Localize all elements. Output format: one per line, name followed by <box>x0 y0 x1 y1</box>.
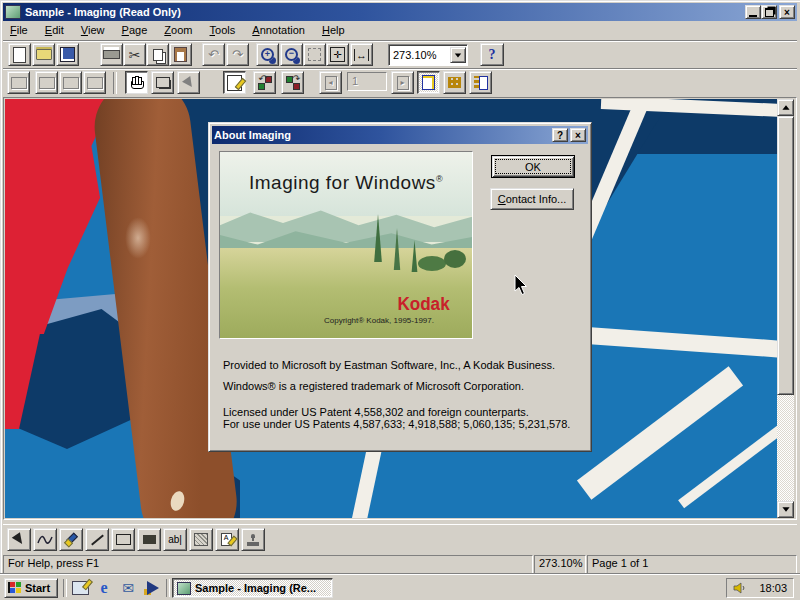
scroll-down-icon <box>782 507 789 512</box>
copy-button[interactable] <box>146 43 169 66</box>
about-dialog: About Imaging ? × Imaging for Windows® K… <box>208 122 592 452</box>
scan-rescan-button[interactable] <box>83 71 106 94</box>
quicklaunch-show-desktop[interactable] <box>70 578 90 597</box>
vertical-scrollbar[interactable] <box>777 99 794 518</box>
one-page-view-button[interactable] <box>417 71 440 94</box>
show-desktop-icon <box>72 581 89 595</box>
menu-page[interactable]: Page <box>115 21 155 40</box>
contact-info-label: Contact Info... <box>498 193 567 205</box>
quicklaunch-internet-explorer[interactable]: e <box>94 578 114 597</box>
minimize-button[interactable] <box>745 5 761 19</box>
save-button[interactable] <box>56 43 79 66</box>
zoom-out-button[interactable]: − <box>280 43 303 66</box>
scroll-up-icon <box>782 105 789 110</box>
splash-heading: Imaging for Windows® <box>220 172 472 194</box>
contact-info-button[interactable]: Contact Info... <box>490 188 574 210</box>
thumbnail-view-icon <box>448 77 461 88</box>
minimize-icon <box>749 15 757 17</box>
paste-button[interactable] <box>169 43 192 66</box>
attach-note-tool-button[interactable] <box>189 528 213 551</box>
text-from-file-tool-button[interactable]: A <box>215 528 239 551</box>
zoom-combobox[interactable]: 273.10% <box>388 44 468 66</box>
print-button[interactable] <box>100 43 123 66</box>
clock[interactable]: 18:03 <box>759 582 787 594</box>
highlighter-tool-button[interactable] <box>59 528 83 551</box>
one-page-view-icon <box>422 75 435 90</box>
copy-icon <box>153 49 163 61</box>
zoom-dropdown-button[interactable] <box>450 47 466 63</box>
scan-insert-button[interactable] <box>59 71 82 94</box>
zoom-in-icon: + <box>261 48 274 61</box>
ok-button[interactable]: OK <box>491 155 575 178</box>
freehand-tool-button[interactable] <box>33 528 57 551</box>
annotation-pointer-button[interactable] <box>7 528 31 551</box>
volume-icon[interactable] <box>733 582 747 594</box>
annotation-select-button[interactable] <box>177 71 200 94</box>
zoom-in-button[interactable]: + <box>256 43 279 66</box>
start-button[interactable]: Start <box>4 578 58 598</box>
new-document-icon <box>13 47 26 63</box>
cut-button[interactable]: ✂ <box>123 43 146 66</box>
printer-icon <box>103 50 120 59</box>
scan-insert-icon <box>63 77 79 89</box>
scrollbar-track[interactable] <box>777 395 794 501</box>
zoom-select-button[interactable] <box>303 43 326 66</box>
filled-rectangle-tool-button[interactable] <box>137 528 161 551</box>
splash-bush <box>444 250 466 268</box>
open-button[interactable] <box>32 43 55 66</box>
rotate-left-button[interactable]: ↶ <box>253 71 276 94</box>
close-button[interactable]: × <box>779 5 795 19</box>
previous-page-button[interactable]: ◂ <box>319 71 342 94</box>
hollow-rectangle-tool-button[interactable] <box>111 528 135 551</box>
windows-flag-icon <box>8 582 22 595</box>
menu-tools[interactable]: Tools <box>203 21 243 40</box>
dialog-close-icon: × <box>575 130 581 141</box>
highlighter-icon <box>64 533 78 547</box>
page-thumbnail-view-button[interactable] <box>469 71 492 94</box>
thumbnail-view-button[interactable] <box>443 71 466 94</box>
splash-image: Imaging for Windows® Kodak Copyright® Ko… <box>219 151 473 339</box>
taskbar-task-button[interactable]: Sample - Imaging (Re... <box>172 578 333 598</box>
fit-width-button[interactable]: ↔ <box>350 43 373 66</box>
window-titlebar[interactable]: Sample - Imaging (Read Only) × <box>3 3 797 21</box>
desktop: Sample - Imaging (Read Only) × File Edit… <box>0 0 800 600</box>
menu-view[interactable]: View <box>74 21 112 40</box>
dialog-close-button[interactable]: × <box>570 128 586 142</box>
previous-page-icon: ◂ <box>325 76 337 90</box>
menu-file[interactable]: File <box>3 21 35 40</box>
dialog-titlebar[interactable]: About Imaging ? × <box>212 126 588 144</box>
status-bar: For Help, press F1 273.10% Page 1 of 1 <box>3 553 797 573</box>
rotate-right-button[interactable]: ↷ <box>281 71 304 94</box>
status-page: Page 1 of 1 <box>587 555 797 574</box>
dialog-help-button[interactable]: ? <box>552 128 568 142</box>
next-page-button[interactable]: ▸ <box>391 71 414 94</box>
menu-edit[interactable]: Edit <box>38 21 71 40</box>
scan-new-button[interactable] <box>7 71 30 94</box>
restore-button[interactable] <box>761 5 777 19</box>
new-button[interactable] <box>8 43 31 66</box>
status-help-text: For Help, press F1 <box>3 555 533 574</box>
menu-zoom[interactable]: Zoom <box>157 21 199 40</box>
menu-help[interactable]: Help <box>315 21 352 40</box>
line-tool-button[interactable] <box>85 528 109 551</box>
scroll-down-button[interactable] <box>777 501 794 518</box>
best-fit-button[interactable]: ✛ <box>326 43 349 66</box>
drag-hand-button[interactable] <box>125 71 148 94</box>
scan-page-button[interactable] <box>35 71 58 94</box>
menu-annotation[interactable]: Annotation <box>245 21 312 40</box>
undo-button[interactable]: ↶ <box>202 43 225 66</box>
quicklaunch-media-player[interactable] <box>142 578 162 597</box>
scrollbar-thumb[interactable] <box>777 116 794 395</box>
app-icon[interactable] <box>5 5 21 19</box>
quicklaunch-outlook-express[interactable]: ✉ <box>118 578 138 597</box>
annotation-toolbox-button[interactable] <box>223 71 246 94</box>
select-region-button[interactable] <box>151 71 174 94</box>
stamp-tool-button[interactable] <box>241 528 265 551</box>
pointer-arrow-icon <box>182 76 196 90</box>
help-button[interactable]: ? <box>480 43 504 66</box>
redo-button[interactable]: ↷ <box>226 43 249 66</box>
text-tool-button[interactable]: ab| <box>163 528 187 551</box>
splash-copyright: Copyright® Kodak, 1995-1997. <box>294 316 464 325</box>
page-number-field[interactable]: 1 <box>347 72 387 91</box>
scroll-up-button[interactable] <box>777 99 794 116</box>
